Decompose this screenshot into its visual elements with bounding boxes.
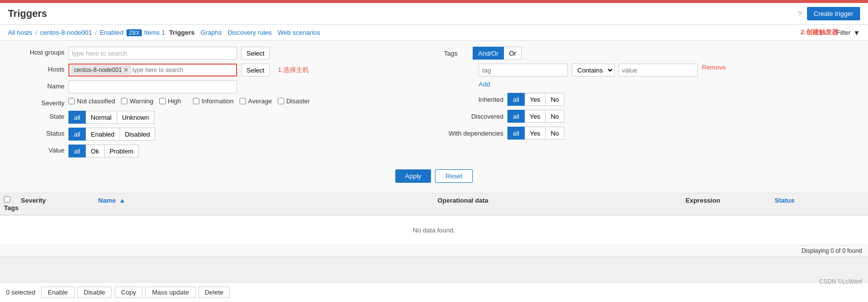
nav-discovery-rules[interactable]: Discovery rules: [226, 28, 274, 37]
state-normal-btn[interactable]: Normal: [86, 111, 117, 124]
tags-row: Tags And/Or Or: [444, 47, 848, 60]
no-data-message: No data found.: [413, 226, 455, 234]
inherited-no-btn[interactable]: No: [546, 93, 564, 106]
severity-warning-checkbox[interactable]: [121, 98, 127, 104]
host-tag: centos-8-node001 ✕: [71, 66, 131, 75]
value-ok-btn[interactable]: Ok: [86, 145, 105, 157]
severity-not-classified-label: Not classified: [77, 97, 115, 105]
tag-operator-select[interactable]: Contains: [572, 64, 615, 76]
severity-not-classified[interactable]: Not classified: [68, 97, 115, 105]
status-label: Status: [20, 128, 64, 137]
host-groups-input[interactable]: [68, 47, 237, 60]
nav-host[interactable]: centos-8-node001: [40, 29, 92, 36]
tag-remove-link[interactable]: Remove: [702, 64, 726, 71]
status-enabled-btn[interactable]: Enabled: [86, 128, 120, 141]
filter-panel: Host groups Select Hosts centos-8-node00…: [0, 41, 868, 193]
tag-andor-group: And/Or Or: [473, 47, 522, 60]
tag-andor-btn[interactable]: And/Or: [473, 47, 504, 60]
severity-high[interactable]: High: [159, 97, 181, 105]
col-status-header[interactable]: Status: [775, 197, 864, 204]
nav-graphs[interactable]: Graphs: [198, 28, 224, 37]
with-dependencies-row: With dependencies all Yes No: [444, 127, 848, 140]
severity-average-checkbox[interactable]: [240, 98, 246, 104]
with-dependencies-no-btn[interactable]: No: [546, 127, 564, 140]
with-dependencies-label: With dependencies: [444, 130, 503, 137]
severity-high-checkbox[interactable]: [159, 98, 166, 104]
page-title: Triggers: [8, 8, 47, 19]
severity-information-checkbox[interactable]: [193, 98, 199, 104]
discovered-yes-btn[interactable]: Yes: [525, 110, 546, 123]
nav-enabled[interactable]: Enabled: [100, 29, 124, 36]
state-all-btn[interactable]: all: [68, 111, 86, 124]
nav-all-hosts[interactable]: All hosts: [8, 29, 32, 36]
header: Triggers ? Create trigger: [0, 3, 868, 25]
nav-triggers[interactable]: Triggers: [167, 28, 196, 37]
displaying-count: Displaying 0 of 0 found: [802, 247, 862, 254]
with-dependencies-toggle-group: all Yes No: [507, 127, 564, 140]
severity-average-label: Average: [248, 97, 272, 105]
col-opdata-header: Operational data: [437, 197, 685, 204]
select-all-checkbox[interactable]: [4, 196, 10, 203]
zbx-badge: ZBX: [126, 29, 142, 36]
help-icon[interactable]: ?: [798, 10, 802, 18]
tag-add-row: Add: [479, 80, 848, 88]
col-name-header[interactable]: Name ▲: [98, 197, 437, 204]
nav-web-scenarios[interactable]: Web scenarios: [276, 28, 322, 37]
with-dependencies-all-btn[interactable]: all: [507, 127, 525, 140]
with-dependencies-yes-btn[interactable]: Yes: [525, 127, 546, 140]
severity-average[interactable]: Average: [240, 97, 272, 105]
status-disabled-btn[interactable]: Disabled: [120, 128, 156, 141]
severity-warning-label: Warning: [129, 97, 153, 105]
severity-information[interactable]: Information: [193, 97, 234, 105]
severity-high-label: High: [168, 97, 181, 105]
col-expression-header: Expression: [685, 197, 775, 204]
nav-items[interactable]: Items 1: [144, 29, 165, 36]
inherited-toggle-group: all Yes No: [507, 93, 564, 106]
name-sort-arrow: ▲: [119, 197, 125, 204]
host-tag-remove[interactable]: ✕: [124, 67, 128, 74]
reset-button[interactable]: Reset: [435, 169, 473, 183]
tags-label: Tags: [444, 50, 469, 57]
value-label: Value: [20, 145, 64, 154]
tag-input-row: Contains Remove: [479, 64, 848, 76]
filter-icon: ▼: [853, 29, 860, 37]
filter-toggle[interactable]: Filter ▼: [836, 29, 860, 37]
tag-name-input[interactable]: [479, 64, 568, 76]
hosts-row: Hosts centos-8-node001 ✕ Select 1.选择主机: [20, 64, 424, 76]
severity-disaster-checkbox[interactable]: [278, 98, 284, 104]
discovered-no-btn[interactable]: No: [546, 110, 564, 123]
name-input[interactable]: [68, 80, 237, 93]
header-right: ? Create trigger: [798, 7, 860, 20]
status-all-btn[interactable]: all: [68, 128, 86, 141]
table-header: Severity Name ▲ Operational data Express…: [0, 193, 868, 216]
hosts-input-container[interactable]: centos-8-node001 ✕: [68, 64, 237, 76]
host-groups-select-button[interactable]: Select: [241, 47, 270, 60]
apply-button[interactable]: Apply: [395, 169, 432, 183]
hosts-select-button[interactable]: Select: [241, 64, 270, 76]
state-toggle-group: all Normal Unknown: [68, 111, 154, 124]
severity-label: Severity: [20, 97, 64, 107]
host-groups-row: Host groups Select: [20, 47, 424, 60]
state-row: State all Normal Unknown: [20, 111, 424, 124]
create-trigger-button[interactable]: Create trigger: [807, 7, 860, 20]
filter-label: Filter: [836, 29, 851, 36]
severity-disaster[interactable]: Disaster: [278, 97, 310, 105]
state-unknown-btn[interactable]: Unknown: [117, 111, 154, 124]
discovered-all-btn[interactable]: all: [507, 110, 525, 123]
name-row: Name: [20, 80, 424, 93]
severity-warning[interactable]: Warning: [121, 97, 153, 105]
tag-value-input[interactable]: [619, 64, 698, 76]
col-severity-header: Severity: [19, 197, 98, 204]
value-all-btn[interactable]: all: [68, 145, 86, 157]
col-tags-header: Tags: [4, 204, 19, 212]
value-problem-btn[interactable]: Problem: [105, 145, 139, 157]
tag-add-link[interactable]: Add: [479, 80, 490, 88]
filter-columns: Host groups Select Hosts centos-8-node00…: [10, 47, 858, 161]
tag-or-btn[interactable]: Or: [504, 47, 521, 60]
discovered-row: Discovered all Yes No: [444, 110, 848, 123]
inherited-all-btn[interactable]: all: [507, 93, 525, 106]
severity-not-classified-checkbox[interactable]: [68, 98, 75, 104]
status-toggle-group: all Enabled Disabled: [68, 128, 155, 141]
host-search-input[interactable]: [132, 67, 234, 74]
inherited-yes-btn[interactable]: Yes: [525, 93, 546, 106]
